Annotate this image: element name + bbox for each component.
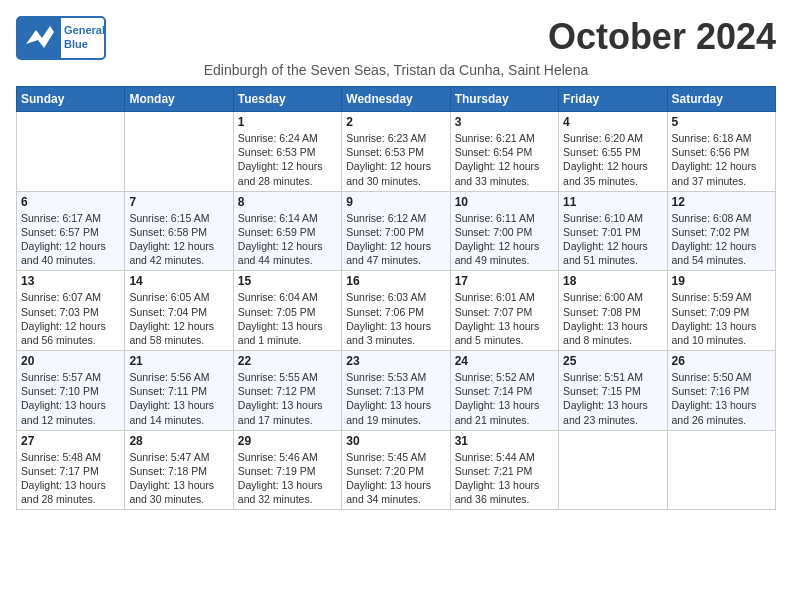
weekday-header-saturday: Saturday [667, 87, 775, 112]
calendar-week-4: 20Sunrise: 5:57 AM Sunset: 7:10 PM Dayli… [17, 351, 776, 431]
month-title-area: October 2024 [548, 16, 776, 58]
day-info: Sunrise: 5:45 AM Sunset: 7:20 PM Dayligh… [346, 450, 445, 507]
day-info: Sunrise: 5:51 AM Sunset: 7:15 PM Dayligh… [563, 370, 662, 427]
day-info: Sunrise: 6:14 AM Sunset: 6:59 PM Dayligh… [238, 211, 337, 268]
calendar-cell: 24Sunrise: 5:52 AM Sunset: 7:14 PM Dayli… [450, 351, 558, 431]
calendar-cell: 21Sunrise: 5:56 AM Sunset: 7:11 PM Dayli… [125, 351, 233, 431]
calendar-cell: 4Sunrise: 6:20 AM Sunset: 6:55 PM Daylig… [559, 112, 667, 192]
day-number: 8 [238, 195, 337, 209]
day-number: 31 [455, 434, 554, 448]
calendar-cell: 28Sunrise: 5:47 AM Sunset: 7:18 PM Dayli… [125, 430, 233, 510]
day-info: Sunrise: 5:50 AM Sunset: 7:16 PM Dayligh… [672, 370, 771, 427]
day-info: Sunrise: 6:07 AM Sunset: 7:03 PM Dayligh… [21, 290, 120, 347]
day-info: Sunrise: 5:46 AM Sunset: 7:19 PM Dayligh… [238, 450, 337, 507]
weekday-header-monday: Monday [125, 87, 233, 112]
day-info: Sunrise: 6:10 AM Sunset: 7:01 PM Dayligh… [563, 211, 662, 268]
logo-area: General Blue [16, 16, 106, 60]
day-info: Sunrise: 5:55 AM Sunset: 7:12 PM Dayligh… [238, 370, 337, 427]
top-section: General Blue October 2024 [16, 16, 776, 60]
day-number: 18 [563, 274, 662, 288]
day-info: Sunrise: 6:12 AM Sunset: 7:00 PM Dayligh… [346, 211, 445, 268]
day-info: Sunrise: 6:00 AM Sunset: 7:08 PM Dayligh… [563, 290, 662, 347]
day-number: 17 [455, 274, 554, 288]
day-number: 19 [672, 274, 771, 288]
day-info: Sunrise: 6:08 AM Sunset: 7:02 PM Dayligh… [672, 211, 771, 268]
day-info: Sunrise: 6:03 AM Sunset: 7:06 PM Dayligh… [346, 290, 445, 347]
day-number: 3 [455, 115, 554, 129]
weekday-header-tuesday: Tuesday [233, 87, 341, 112]
day-number: 16 [346, 274, 445, 288]
calendar-cell: 16Sunrise: 6:03 AM Sunset: 7:06 PM Dayli… [342, 271, 450, 351]
calendar-cell: 9Sunrise: 6:12 AM Sunset: 7:00 PM Daylig… [342, 191, 450, 271]
day-number: 5 [672, 115, 771, 129]
calendar-cell: 18Sunrise: 6:00 AM Sunset: 7:08 PM Dayli… [559, 271, 667, 351]
calendar-cell: 23Sunrise: 5:53 AM Sunset: 7:13 PM Dayli… [342, 351, 450, 431]
generalblue-logo: General Blue [16, 16, 106, 60]
calendar-table: SundayMondayTuesdayWednesdayThursdayFrid… [16, 86, 776, 510]
calendar-cell: 7Sunrise: 6:15 AM Sunset: 6:58 PM Daylig… [125, 191, 233, 271]
day-info: Sunrise: 6:04 AM Sunset: 7:05 PM Dayligh… [238, 290, 337, 347]
calendar-cell: 3Sunrise: 6:21 AM Sunset: 6:54 PM Daylig… [450, 112, 558, 192]
calendar-cell: 13Sunrise: 6:07 AM Sunset: 7:03 PM Dayli… [17, 271, 125, 351]
day-number: 7 [129, 195, 228, 209]
weekday-header-friday: Friday [559, 87, 667, 112]
day-number: 9 [346, 195, 445, 209]
calendar-cell [559, 430, 667, 510]
calendar-cell: 31Sunrise: 5:44 AM Sunset: 7:21 PM Dayli… [450, 430, 558, 510]
calendar-cell: 27Sunrise: 5:48 AM Sunset: 7:17 PM Dayli… [17, 430, 125, 510]
calendar-cell: 5Sunrise: 6:18 AM Sunset: 6:56 PM Daylig… [667, 112, 775, 192]
calendar-cell: 25Sunrise: 5:51 AM Sunset: 7:15 PM Dayli… [559, 351, 667, 431]
day-info: Sunrise: 6:23 AM Sunset: 6:53 PM Dayligh… [346, 131, 445, 188]
day-number: 25 [563, 354, 662, 368]
calendar-cell: 12Sunrise: 6:08 AM Sunset: 7:02 PM Dayli… [667, 191, 775, 271]
day-info: Sunrise: 6:05 AM Sunset: 7:04 PM Dayligh… [129, 290, 228, 347]
calendar-cell [125, 112, 233, 192]
svg-text:General: General [64, 24, 105, 36]
day-info: Sunrise: 5:48 AM Sunset: 7:17 PM Dayligh… [21, 450, 120, 507]
subtitle: Edinburgh of the Seven Seas, Tristan da … [16, 62, 776, 78]
day-info: Sunrise: 6:17 AM Sunset: 6:57 PM Dayligh… [21, 211, 120, 268]
calendar-cell: 26Sunrise: 5:50 AM Sunset: 7:16 PM Dayli… [667, 351, 775, 431]
calendar-cell: 10Sunrise: 6:11 AM Sunset: 7:00 PM Dayli… [450, 191, 558, 271]
day-number: 30 [346, 434, 445, 448]
day-info: Sunrise: 6:21 AM Sunset: 6:54 PM Dayligh… [455, 131, 554, 188]
day-number: 4 [563, 115, 662, 129]
day-number: 1 [238, 115, 337, 129]
day-info: Sunrise: 5:44 AM Sunset: 7:21 PM Dayligh… [455, 450, 554, 507]
day-info: Sunrise: 5:47 AM Sunset: 7:18 PM Dayligh… [129, 450, 228, 507]
day-info: Sunrise: 5:52 AM Sunset: 7:14 PM Dayligh… [455, 370, 554, 427]
day-info: Sunrise: 6:18 AM Sunset: 6:56 PM Dayligh… [672, 131, 771, 188]
month-title: October 2024 [548, 16, 776, 58]
day-info: Sunrise: 6:15 AM Sunset: 6:58 PM Dayligh… [129, 211, 228, 268]
calendar-cell: 29Sunrise: 5:46 AM Sunset: 7:19 PM Dayli… [233, 430, 341, 510]
day-info: Sunrise: 5:53 AM Sunset: 7:13 PM Dayligh… [346, 370, 445, 427]
calendar-week-3: 13Sunrise: 6:07 AM Sunset: 7:03 PM Dayli… [17, 271, 776, 351]
calendar-cell: 20Sunrise: 5:57 AM Sunset: 7:10 PM Dayli… [17, 351, 125, 431]
calendar-cell: 6Sunrise: 6:17 AM Sunset: 6:57 PM Daylig… [17, 191, 125, 271]
day-number: 23 [346, 354, 445, 368]
calendar-cell: 22Sunrise: 5:55 AM Sunset: 7:12 PM Dayli… [233, 351, 341, 431]
calendar-cell: 19Sunrise: 5:59 AM Sunset: 7:09 PM Dayli… [667, 271, 775, 351]
calendar-cell: 11Sunrise: 6:10 AM Sunset: 7:01 PM Dayli… [559, 191, 667, 271]
calendar-week-1: 1Sunrise: 6:24 AM Sunset: 6:53 PM Daylig… [17, 112, 776, 192]
day-number: 27 [21, 434, 120, 448]
day-info: Sunrise: 5:56 AM Sunset: 7:11 PM Dayligh… [129, 370, 228, 427]
day-number: 6 [21, 195, 120, 209]
day-number: 11 [563, 195, 662, 209]
calendar-cell: 14Sunrise: 6:05 AM Sunset: 7:04 PM Dayli… [125, 271, 233, 351]
day-number: 10 [455, 195, 554, 209]
calendar-cell: 8Sunrise: 6:14 AM Sunset: 6:59 PM Daylig… [233, 191, 341, 271]
calendar-cell: 17Sunrise: 6:01 AM Sunset: 7:07 PM Dayli… [450, 271, 558, 351]
calendar-cell: 30Sunrise: 5:45 AM Sunset: 7:20 PM Dayli… [342, 430, 450, 510]
calendar-cell: 1Sunrise: 6:24 AM Sunset: 6:53 PM Daylig… [233, 112, 341, 192]
day-info: Sunrise: 5:57 AM Sunset: 7:10 PM Dayligh… [21, 370, 120, 427]
calendar-header-row: SundayMondayTuesdayWednesdayThursdayFrid… [17, 87, 776, 112]
day-number: 22 [238, 354, 337, 368]
day-info: Sunrise: 6:20 AM Sunset: 6:55 PM Dayligh… [563, 131, 662, 188]
day-number: 13 [21, 274, 120, 288]
calendar-cell [667, 430, 775, 510]
day-info: Sunrise: 6:11 AM Sunset: 7:00 PM Dayligh… [455, 211, 554, 268]
calendar-cell [17, 112, 125, 192]
weekday-header-wednesday: Wednesday [342, 87, 450, 112]
weekday-header-thursday: Thursday [450, 87, 558, 112]
